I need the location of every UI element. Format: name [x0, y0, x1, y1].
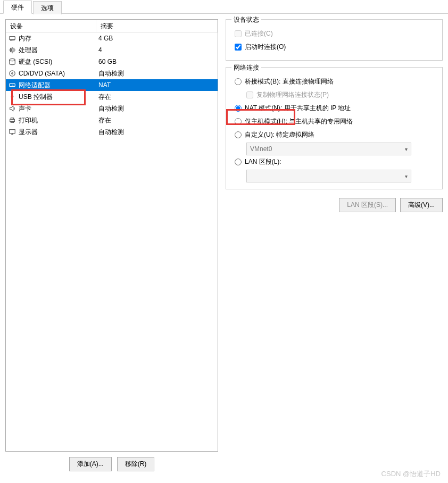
summary-cell: 4 GB	[96, 35, 218, 42]
device-cell: CD/DVD (SATA)	[6, 69, 96, 78]
left-buttons: 添加(A)... 移除(R)	[5, 452, 218, 471]
content-area: 设备 摘要 内存4 GB处理器4硬盘 (SCSI)60 GBCD/DVD (SA…	[0, 14, 448, 477]
display-icon	[8, 128, 16, 136]
watermark: CSDN @悟道子HD	[381, 469, 441, 479]
device-name: 内存	[19, 34, 31, 43]
network-connection-group: 网络连接 桥接模式(B): 直接连接物理网络 复制物理网络连接状态(P) NAT…	[226, 67, 443, 189]
replicate-label: 复制物理网络连接状态(P)	[256, 90, 329, 99]
list-item[interactable]: CD/DVD (SATA)自动检测	[6, 68, 218, 79]
lan-radio[interactable]	[235, 159, 242, 165]
summary-cell: 存在	[96, 116, 218, 125]
custom-radio[interactable]	[235, 131, 242, 138]
list-item[interactable]: 处理器4	[6, 44, 218, 56]
device-name: 网络适配器	[19, 81, 51, 90]
hostonly-radio[interactable]	[235, 118, 242, 125]
device-cell: 内存	[6, 34, 96, 43]
summary-cell: 60 GB	[96, 58, 218, 65]
sound-icon	[8, 104, 16, 113]
summary-cell: 存在	[96, 93, 218, 102]
chevron-down-icon: ▾	[405, 173, 408, 179]
lan-row: LAN 区段(L):	[235, 155, 436, 169]
custom-label: 自定义(U): 特定虚拟网络	[245, 130, 314, 139]
nat-radio[interactable]	[235, 105, 242, 112]
list-body: 内存4 GB处理器4硬盘 (SCSI)60 GBCD/DVD (SATA)自动检…	[6, 32, 218, 138]
list-item[interactable]: 显示器自动检测	[6, 126, 218, 138]
lan-label: LAN 区段(L):	[245, 157, 281, 166]
svg-rect-0	[10, 37, 15, 40]
bridged-radio[interactable]	[235, 78, 242, 85]
connect-at-power-checkbox[interactable]	[235, 44, 242, 51]
cd-icon	[8, 69, 16, 78]
device-cell: 网络适配器	[6, 81, 96, 90]
list-item[interactable]: USB 控制器存在	[6, 91, 218, 103]
custom-row: 自定义(U): 特定虚拟网络	[235, 128, 436, 141]
device-cell: 处理器	[6, 46, 96, 55]
device-status-title: 设备状态	[231, 15, 261, 24]
hostonly-label: 仅主机模式(H): 与主机共享的专用网络	[245, 117, 353, 126]
device-cell: 显示器	[6, 128, 96, 137]
summary-cell: NAT	[96, 81, 218, 89]
custom-select[interactable]: VMnet0 ▾	[246, 143, 411, 155]
svg-point-3	[10, 59, 15, 61]
tab-bar: 硬件 选项	[0, 0, 448, 14]
nat-row: NAT 模式(N): 用于共享主机的 IP 地址	[235, 102, 436, 115]
svg-rect-2	[11, 49, 13, 51]
printer-icon	[8, 116, 16, 124]
device-name: 处理器	[19, 46, 38, 55]
replicate-checkbox[interactable]	[246, 91, 253, 98]
device-name: CD/DVD (SATA)	[19, 70, 65, 77]
list-item[interactable]: 网络适配器NAT	[6, 79, 218, 91]
device-list: 设备 摘要 内存4 GB处理器4硬盘 (SCSI)60 GBCD/DVD (SA…	[5, 19, 218, 452]
header-summary[interactable]: 摘要	[96, 20, 218, 32]
svg-point-4	[10, 71, 15, 77]
svg-point-5	[12, 73, 13, 74]
bridged-label: 桥接模式(B): 直接连接物理网络	[245, 77, 334, 86]
right-buttons: LAN 区段(S)... 高级(V)...	[226, 196, 443, 212]
list-header: 设备 摘要	[6, 20, 218, 32]
connect-at-power-label: 启动时连接(O)	[245, 43, 286, 52]
nat-label: NAT 模式(N): 用于共享主机的 IP 地址	[245, 104, 351, 113]
device-name: 打印机	[19, 116, 38, 125]
lan-segments-button[interactable]: LAN 区段(S)...	[339, 198, 396, 212]
list-item[interactable]: 硬盘 (SCSI)60 GB	[6, 56, 218, 68]
lan-select[interactable]: ▾	[246, 170, 411, 182]
remove-button[interactable]: 移除(R)	[117, 457, 155, 471]
device-name: 硬盘 (SCSI)	[19, 57, 52, 66]
device-name: 显示器	[19, 128, 38, 137]
add-button[interactable]: 添加(A)...	[69, 457, 112, 471]
replicate-row: 复制物理网络连接状态(P)	[246, 88, 436, 102]
disk-icon	[8, 57, 16, 66]
device-cell: 声卡	[6, 104, 96, 113]
right-panel: 设备状态 已连接(C) 启动时连接(O) 网络连接 桥接模式(B): 直接连接物…	[226, 19, 443, 471]
left-panel: 设备 摘要 内存4 GB处理器4硬盘 (SCSI)60 GBCD/DVD (SA…	[5, 19, 218, 471]
device-cell: 硬盘 (SCSI)	[6, 57, 96, 66]
network-icon	[8, 81, 16, 89]
list-item[interactable]: 内存4 GB	[6, 32, 218, 44]
chevron-down-icon: ▾	[405, 146, 408, 152]
tab-options[interactable]: 选项	[33, 1, 62, 14]
list-item[interactable]: 声卡自动检测	[6, 103, 218, 114]
svg-rect-9	[11, 118, 13, 120]
summary-cell: 自动检测	[96, 104, 218, 113]
device-status-group: 设备状态 已连接(C) 启动时连接(O)	[226, 19, 443, 61]
device-cell: 打印机	[6, 116, 96, 125]
connected-checkbox-row: 已连接(C)	[235, 27, 436, 40]
device-name: USB 控制器	[19, 93, 53, 102]
summary-cell: 4	[96, 46, 218, 54]
device-name: 声卡	[19, 104, 31, 113]
device-cell: USB 控制器	[6, 93, 96, 102]
connected-checkbox[interactable]	[235, 30, 242, 37]
network-title: 网络连接	[231, 63, 261, 72]
summary-cell: 自动检测	[96, 69, 218, 78]
tab-hardware[interactable]: 硬件	[3, 1, 32, 14]
connected-label: 已连接(C)	[245, 29, 273, 38]
header-device[interactable]: 设备	[6, 20, 96, 32]
connect-at-power-row: 启动时连接(O)	[235, 40, 436, 54]
summary-cell: 自动检测	[96, 128, 218, 137]
cpu-icon	[8, 46, 16, 54]
list-item[interactable]: 打印机存在	[6, 114, 218, 126]
svg-rect-11	[10, 130, 15, 134]
advanced-button[interactable]: 高级(V)...	[400, 198, 443, 212]
bridged-row: 桥接模式(B): 直接连接物理网络	[235, 75, 436, 88]
hostonly-row: 仅主机模式(H): 与主机共享的专用网络	[235, 115, 436, 128]
